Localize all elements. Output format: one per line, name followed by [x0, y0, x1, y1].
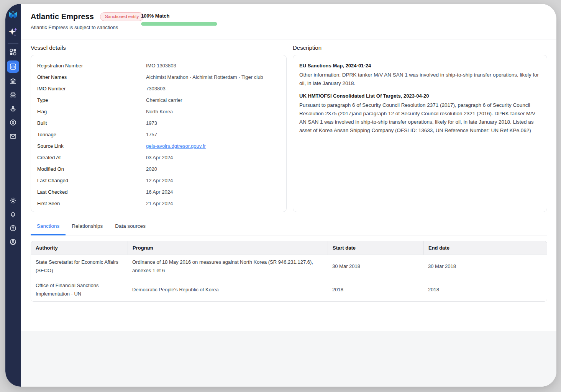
detail-label: Created At [37, 155, 146, 160]
ai-sparkle-icon[interactable] [8, 27, 18, 38]
description-heading: Description [293, 44, 547, 51]
ship-icon[interactable] [10, 91, 16, 98]
vessel-detail-row: Created At03 Apr 2024 [37, 152, 280, 163]
vessel-detail-row: Last Checked16 Apr 2024 [37, 186, 280, 198]
detail-label: Last Checked [37, 189, 146, 195]
page-title: Atlantic Empress [31, 12, 94, 21]
footer-area [21, 331, 556, 387]
cell-program: Ordinance of 18 May 2016 on measures aga… [128, 255, 328, 278]
vessel-detail-row: Source Linkgels-avoirs.dgtresor.gouv.fr [37, 140, 280, 152]
detail-label: Tonnage [37, 132, 146, 137]
detail-value: 12 Apr 2024 [146, 178, 173, 183]
dashboard-grid-icon[interactable] [10, 49, 16, 56]
column-header-end-date: End date [423, 241, 547, 255]
notifications-bell-icon[interactable] [10, 211, 16, 218]
detail-label: IMO Number [37, 86, 146, 91]
detail-value: 16 Apr 2024 [146, 189, 173, 195]
vessel-details-card: Registration NumberIMO 1303803 Other Nam… [31, 55, 287, 212]
detail-label: Source Link [37, 143, 146, 149]
vessel-detail-row: Tonnage1757 [37, 129, 280, 140]
cell-authority: Office of Financial Sanctions Implementa… [31, 278, 128, 301]
sidebar-divider [8, 43, 18, 44]
vessel-detail-row: TypeChemical carrier [37, 94, 280, 106]
help-icon[interactable] [10, 225, 16, 232]
detail-value: 1973 [146, 120, 157, 126]
vessel-detail-row: First Seen21 Apr 2024 [37, 198, 280, 209]
vessel-detail-row: Other NamesAlchimist Marathon · Alchimis… [37, 71, 280, 83]
account-icon[interactable] [10, 238, 16, 245]
sanctions-table: Authority Program Start date End date St… [31, 241, 547, 302]
vessel-detail-row: FlagNorth Korea [37, 106, 280, 117]
description-section: Description EU Sanctions Map, 2024-01-24… [293, 39, 547, 212]
detail-value: Chemical carrier [146, 97, 182, 103]
anchor-icon[interactable] [10, 105, 16, 112]
detail-label: Other Names [37, 74, 146, 80]
sidebar [5, 4, 21, 387]
detail-label: Type [37, 97, 146, 103]
brand-logo-m-icon [8, 11, 18, 21]
sidebar-nav [7, 49, 19, 140]
mail-icon[interactable] [10, 133, 16, 140]
vessel-detail-row: Registration NumberIMO 1303803 [37, 60, 280, 71]
description-entry-title: EU Sanctions Map, 2024-01-24 [299, 63, 540, 69]
match-progress-fill [141, 22, 217, 26]
detail-value: IMO 1303803 [146, 63, 176, 69]
vessel-details-section: Vessel details Registration NumberIMO 13… [31, 39, 287, 212]
description-entry-body: Pursuant to paragraph 6 of Security Coun… [299, 101, 540, 135]
settings-gear-icon[interactable] [10, 197, 16, 204]
app-window: Atlantic Empress Sanctioned entity Atlan… [5, 4, 556, 387]
tab-sanctions[interactable]: Sanctions [31, 221, 66, 235]
cell-program: Democratic People's Republic of Korea [128, 278, 328, 301]
column-header-start-date: Start date [328, 241, 423, 255]
vessel-detail-row: IMO Number7303803 [37, 83, 280, 94]
column-header-authority: Authority [31, 241, 128, 255]
detail-value: 2020 [146, 166, 157, 172]
description-card: EU Sanctions Map, 2024-01-24 Other infor… [293, 55, 547, 212]
analytics-chart-icon[interactable] [7, 60, 19, 73]
bank-icon[interactable] [10, 78, 16, 85]
vessel-detail-row: Modified On2020 [37, 163, 280, 175]
detail-label: Last Changed [37, 178, 146, 183]
page-header: Atlantic Empress Sanctioned entity Atlan… [21, 4, 556, 39]
cell-end-date: 30 Mar 2018 [423, 255, 547, 278]
match-score: 100% Match [141, 13, 217, 26]
dollar-icon[interactable] [10, 119, 16, 126]
vessel-detail-row: Last Changed12 Apr 2024 [37, 175, 280, 186]
vessel-detail-row: Built1973 [37, 117, 280, 129]
detail-label: First Seen [37, 201, 146, 206]
cell-authority: State Secretariat for Economic Affairs (… [31, 255, 128, 278]
cell-start-date: 2018 [328, 278, 423, 301]
detail-label: Modified On [37, 166, 146, 172]
detail-value: Alchimist Marathon · Alchimist Rotterdam… [146, 74, 263, 80]
match-score-label: 100% Match [141, 13, 217, 19]
detail-value: 7303803 [146, 86, 166, 91]
cell-end-date: 2018 [423, 278, 547, 301]
column-header-program: Program [128, 241, 328, 255]
detail-label: Flag [37, 109, 146, 114]
cell-start-date: 30 Mar 2018 [328, 255, 423, 278]
match-progress-bar [141, 22, 217, 26]
tab-relationships[interactable]: Relationships [66, 221, 109, 235]
detail-value: 03 Apr 2024 [146, 155, 173, 160]
detail-value: North Korea [146, 109, 173, 114]
sanctioned-entity-badge: Sanctioned entity [100, 12, 144, 21]
detail-value: 21 Apr 2024 [146, 201, 173, 206]
detail-label: Built [37, 120, 146, 126]
page-subtitle: Atlantic Empress is subject to sanctions [31, 24, 556, 30]
tab-data-sources[interactable]: Data sources [109, 221, 152, 235]
sidebar-footer-nav [10, 197, 16, 245]
content: Vessel details Registration NumberIMO 13… [21, 39, 556, 331]
source-link[interactable]: gels-avoirs.dgtresor.gouv.fr [146, 143, 206, 149]
description-entry-title: UK HMT/OFSI Consolidated List Of Targets… [299, 93, 540, 99]
main-area: Atlantic Empress Sanctioned entity Atlan… [21, 4, 556, 387]
detail-value: 1757 [146, 132, 157, 137]
description-entry-body: Other information: DPRK tanker M/V AN SA… [299, 71, 540, 88]
vessel-details-heading: Vessel details [31, 44, 287, 51]
tab-bar: Sanctions Relationships Data sources [31, 221, 547, 235]
detail-label: Registration Number [37, 63, 146, 69]
